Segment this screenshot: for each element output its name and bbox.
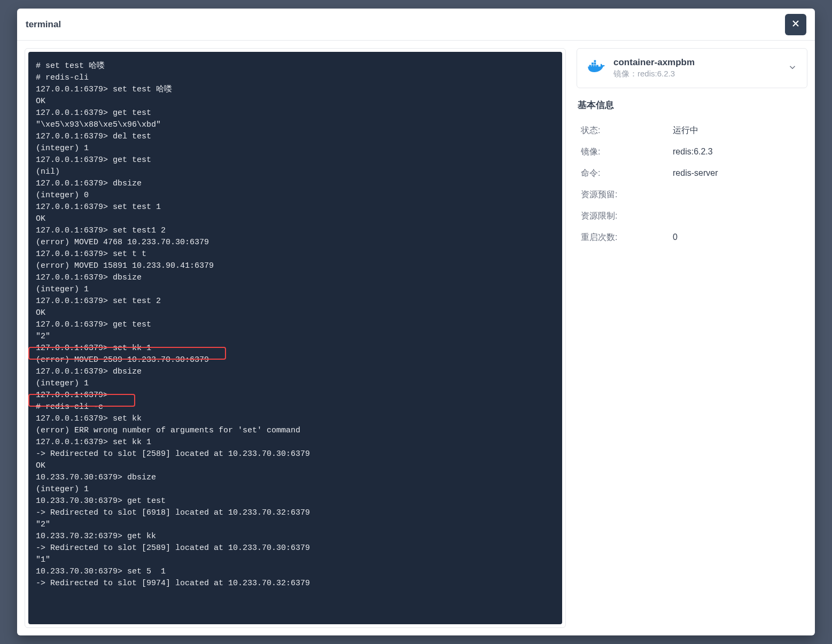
info-section-title: 基本信息: [578, 99, 807, 111]
container-info: container-axmpbm 镜像：redis:6.2.3: [613, 57, 780, 79]
modal-header: terminal: [17, 9, 815, 41]
svg-rect-3: [592, 63, 594, 65]
info-value: redis-server: [673, 168, 718, 178]
sidebar: container-axmpbm 镜像：redis:6.2.3 基本信息 状态:…: [577, 48, 807, 628]
info-row: 资源限制:: [581, 205, 803, 227]
info-row: 状态:运行中: [581, 120, 803, 141]
terminal-panel: # set test 哈喽 # redis-cli 127.0.0.1:6379…: [25, 48, 566, 628]
info-value: 运行中: [673, 125, 698, 136]
docker-icon: [587, 60, 606, 77]
info-table: 状态:运行中镜像:redis:6.2.3命令:redis-server资源预留:…: [577, 120, 807, 248]
container-subtitle: 镜像：redis:6.2.3: [613, 69, 780, 79]
info-row: 命令:redis-server: [581, 162, 803, 184]
info-row: 镜像:redis:6.2.3: [581, 141, 803, 162]
info-value: 0: [673, 232, 678, 242]
info-key: 状态:: [581, 125, 673, 136]
container-subtitle-value: redis:6.2.3: [637, 69, 675, 78]
chevron-down-icon: [788, 63, 797, 74]
info-key: 资源限制:: [581, 211, 673, 222]
close-icon: [790, 18, 801, 31]
modal-body: # set test 哈喽 # redis-cli 127.0.0.1:6379…: [17, 41, 815, 635]
info-row: 资源预留:: [581, 184, 803, 205]
info-row: 重启次数:0: [581, 227, 803, 248]
svg-rect-6: [594, 60, 596, 62]
terminal-lines: # set test 哈喽 # redis-cli 127.0.0.1:6379…: [36, 60, 555, 589]
info-key: 重启次数:: [581, 232, 673, 243]
container-subtitle-prefix: 镜像：: [613, 69, 637, 78]
info-key: 资源预留:: [581, 189, 673, 200]
info-value: redis:6.2.3: [673, 147, 713, 157]
container-card[interactable]: container-axmpbm 镜像：redis:6.2.3: [577, 48, 807, 88]
close-button[interactable]: [785, 14, 806, 35]
svg-rect-4: [594, 63, 596, 65]
terminal-modal: terminal # set test 哈喽 # redis-cli 127.0…: [17, 9, 815, 635]
info-key: 镜像:: [581, 146, 673, 158]
modal-title: terminal: [26, 19, 61, 30]
terminal-output[interactable]: # set test 哈喽 # redis-cli 127.0.0.1:6379…: [28, 52, 562, 624]
info-key: 命令:: [581, 168, 673, 179]
container-name: container-axmpbm: [613, 57, 780, 68]
